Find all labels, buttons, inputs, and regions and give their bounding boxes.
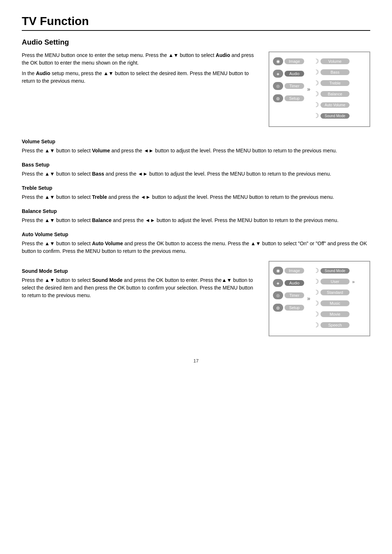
menu2-right-soundmode: ☽ Sound Mode — [313, 267, 356, 274]
menu2-right-user: ☽ User » — [313, 278, 356, 285]
soundmode-text: Sound Mode Setup Press the ▲▼ button to … — [22, 261, 258, 301]
bass-setup-title: Bass Setup — [22, 161, 370, 169]
autovolume-setup-text: Press the ▲▼ button to select Auto Volum… — [22, 240, 370, 255]
treble-setup-text: Press the ▲▼ button to select Treble and… — [22, 193, 370, 201]
balance-setup-text: Press the ▲▼ button to select Balance an… — [22, 217, 370, 224]
soundmode-btn: Sound Mode — [320, 113, 350, 119]
intro-para2: In the Audio setup menu, press the ▲▼ bu… — [22, 70, 258, 85]
crescent-icon-5: ☽ — [313, 102, 319, 108]
crescent-icon-1: ☽ — [313, 58, 319, 65]
treble-setup-title: Treble Setup — [22, 184, 370, 192]
menu-right-balance: ☽ Balance — [313, 91, 350, 97]
menu2-row-audio: ◈ Audio — [273, 279, 304, 287]
soundmode-btn-2: Sound Mode — [320, 268, 350, 274]
crescent-icon-7: ☽ — [313, 267, 319, 274]
volume-setup-text: Press the ▲▼ button to select Volume and… — [22, 147, 370, 155]
balance-setup-title: Balance Setup — [22, 208, 370, 215]
menu-right-soundmode: ☽ Sound Mode — [313, 112, 350, 119]
intro-para1: Press the MENU button once to enter the … — [22, 52, 258, 67]
menu2-right-standard: ☽ Standard — [313, 289, 356, 296]
volume-setup-title: Volume Setup — [22, 138, 370, 145]
setup-icon-left: ◍ — [273, 94, 283, 102]
image-icon: ◉ — [273, 57, 283, 65]
autovolume-btn: Auto Volume — [320, 102, 350, 108]
menu2-right-music: ☽ Music — [313, 300, 356, 307]
image-icon-2: ◉ — [273, 267, 283, 275]
audio-label-2: Audio — [285, 280, 304, 286]
treble-setup-section: Treble Setup Press the ▲▼ button to sele… — [22, 184, 370, 201]
image-label-2: Image — [285, 268, 304, 274]
setup-icon-2: ◍ — [273, 304, 283, 312]
menu-row-image: ◉ Image — [273, 57, 304, 65]
page-number: 17 — [22, 358, 370, 364]
menu-right-volume: ☽ Volume — [313, 58, 350, 65]
setup-sections: Volume Setup Press the ▲▼ button to sele… — [22, 138, 370, 255]
crescent-icon-11: ☽ — [313, 311, 319, 317]
menu2-row-setup: ◍ Setup — [273, 304, 304, 312]
timer-icon-2: ◎ — [273, 291, 283, 299]
autovolume-setup-title: Auto Volume Setup — [22, 231, 370, 238]
bass-setup-section: Bass Setup Press the ▲▼ button to select… — [22, 161, 370, 178]
audio-label: Audio — [285, 71, 304, 77]
sound-mode-layout: Sound Mode Setup Press the ▲▼ button to … — [22, 261, 370, 336]
crescent-icon-6: ☽ — [313, 112, 319, 119]
image-label: Image — [285, 58, 304, 64]
menu2-right-speech: ☽ Speech — [313, 322, 356, 328]
crescent-icon-10: ☽ — [313, 300, 319, 307]
arrow-icon-1: » — [352, 279, 355, 284]
autovolume-setup-section: Auto Volume Setup Press the ▲▼ button to… — [22, 231, 370, 255]
standard-btn: Standard — [320, 290, 350, 295]
treble-btn: Treble — [320, 80, 350, 86]
menu2-row-image: ◉ Image — [273, 267, 304, 275]
intro-text: Press the MENU button once to enter the … — [22, 52, 258, 86]
menu-row-audio: ◈ Audio — [273, 70, 304, 78]
double-arrow-icon-2: » — [307, 295, 310, 302]
menu-row-timer: ◎ Timer — [273, 82, 304, 90]
speech-btn: Speech — [320, 322, 350, 328]
timer-label-2: Timer — [285, 292, 304, 298]
section-title: Audio Setting — [22, 38, 370, 46]
crescent-icon-8: ☽ — [313, 278, 319, 285]
soundmode-title: Sound Mode Setup — [22, 267, 258, 275]
user-btn: User — [320, 279, 350, 284]
volume-btn: Volume — [320, 58, 350, 64]
menu-right-treble: ☽ Treble — [313, 80, 350, 86]
bass-setup-text: Press the ▲▼ button to select Bass and p… — [22, 170, 370, 178]
audio-icon-left: ◈ — [273, 70, 283, 78]
menu-row-setup: ◍ Setup — [273, 94, 304, 102]
crescent-icon-12: ☽ — [313, 322, 319, 328]
timer-icon-left: ◎ — [273, 82, 283, 90]
menu-right-autovolume: ☽ Auto Volume — [313, 102, 350, 108]
menu2-row-timer: ◎ Timer — [273, 291, 304, 299]
setup-label: Setup — [285, 95, 304, 101]
audio-icon-2: ◈ — [273, 279, 283, 287]
menu-diagram-2: ◉ Image ◈ Audio ◎ Timer ◍ Setup » — [269, 261, 370, 336]
bass-btn: Bass — [320, 69, 350, 75]
balance-btn: Balance — [320, 91, 350, 97]
volume-setup-section: Volume Setup Press the ▲▼ button to sele… — [22, 138, 370, 155]
music-btn: Music — [320, 300, 350, 306]
page-title: TV Function — [22, 15, 370, 31]
balance-setup-section: Balance Setup Press the ▲▼ button to sel… — [22, 208, 370, 224]
crescent-icon-2: ☽ — [313, 69, 319, 75]
crescent-icon-9: ☽ — [313, 289, 319, 296]
menu-right-bass: ☽ Bass — [313, 69, 350, 75]
menu2-right-movie: ☽ Movie — [313, 311, 356, 317]
double-arrow-icon: » — [307, 86, 310, 93]
timer-label: Timer — [285, 83, 304, 89]
movie-btn: Movie — [320, 311, 350, 317]
soundmode-body: Press the ▲▼ button to select Sound Mode… — [22, 276, 258, 299]
crescent-icon-4: ☽ — [313, 91, 319, 97]
setup-label-2: Setup — [285, 305, 304, 311]
menu-diagram-1: ◉ Image ◈ Audio ◎ Timer ◍ Setup » — [269, 52, 370, 127]
crescent-icon-3: ☽ — [313, 80, 319, 86]
